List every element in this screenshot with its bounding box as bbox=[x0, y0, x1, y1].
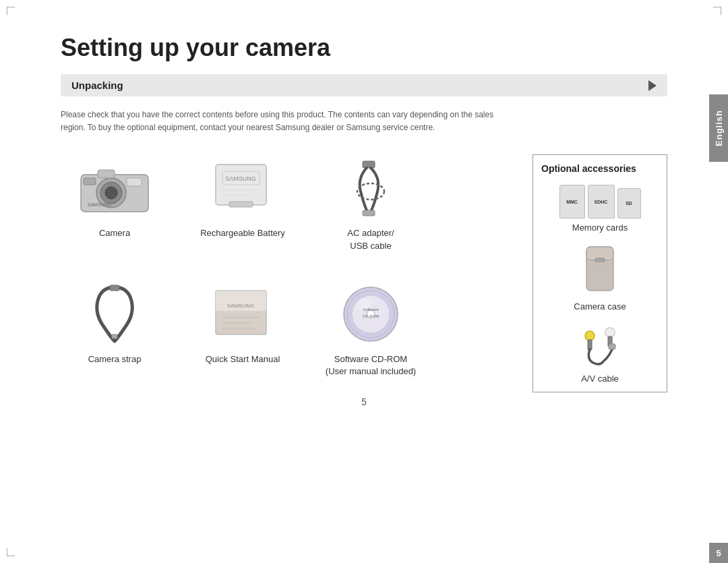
svg-text:SAMSUNG: SAMSUNG bbox=[88, 202, 111, 207]
svg-rect-5 bbox=[84, 178, 96, 185]
svg-point-3 bbox=[105, 187, 117, 199]
corner-mark-tr bbox=[713, 7, 721, 15]
sd-card: SD bbox=[617, 188, 641, 218]
strap-image bbox=[74, 280, 155, 348]
description-text: Please check that you have the correct c… bbox=[61, 109, 519, 134]
memory-cards-label: Memory cards bbox=[572, 223, 628, 233]
item-battery: SAMSUNG Rechargeable Battery bbox=[189, 154, 297, 267]
section-header-title: Unpacking bbox=[71, 80, 123, 91]
optional-item-av-cable: A/V cable bbox=[576, 322, 624, 384]
svg-rect-14 bbox=[363, 161, 375, 168]
items-grid: SAMSUNG Camera SAMSUNG bbox=[61, 154, 519, 392]
svg-point-41 bbox=[605, 328, 615, 337]
page-number-center: 5 bbox=[361, 396, 367, 407]
page-container: Setting up your camera Unpacking Please … bbox=[40, 0, 688, 413]
optional-title: Optional accessories bbox=[541, 163, 636, 174]
corner-mark-bl bbox=[7, 548, 15, 556]
svg-rect-18 bbox=[112, 334, 117, 338]
cdrom-image: Software CD-ROM bbox=[330, 280, 411, 348]
svg-rect-4 bbox=[127, 178, 142, 186]
svg-rect-6 bbox=[98, 170, 115, 178]
svg-point-39 bbox=[585, 331, 595, 340]
ac-adapter-image bbox=[330, 154, 411, 222]
manual-label: Quick Start Manual bbox=[206, 353, 280, 365]
page-number-bar: 5 bbox=[709, 543, 728, 563]
svg-rect-43 bbox=[609, 344, 615, 349]
svg-text:CD-ROM: CD-ROM bbox=[363, 314, 380, 318]
camera-case-image bbox=[576, 243, 624, 297]
av-cable-image bbox=[576, 322, 624, 369]
mmc-card: MMC bbox=[559, 185, 585, 218]
optional-item-memory-cards: MMC SDHC SD Memory cards bbox=[559, 185, 641, 233]
item-strap: Camera strap bbox=[61, 280, 169, 393]
battery-image: SAMSUNG bbox=[202, 154, 283, 222]
av-cable-label: A/V cable bbox=[581, 374, 619, 384]
main-content: SAMSUNG Camera SAMSUNG bbox=[61, 154, 667, 392]
camera-image: SAMSUNG bbox=[74, 154, 155, 222]
svg-rect-15 bbox=[363, 210, 375, 216]
manual-image: SAMSUNG bbox=[202, 280, 283, 348]
svg-rect-34 bbox=[595, 258, 605, 262]
camera-label: Camera bbox=[99, 227, 130, 239]
svg-rect-17 bbox=[110, 285, 119, 291]
camera-case-label: Camera case bbox=[574, 301, 626, 312]
ac-adapter-label: AC adapter/ USB cable bbox=[347, 227, 394, 251]
language-tab: English bbox=[709, 94, 728, 162]
sdhc-card: SDHC bbox=[588, 185, 615, 218]
section-header: Unpacking bbox=[61, 74, 667, 96]
item-cdrom: Software CD-ROM Software CD-ROM (User ma… bbox=[317, 280, 425, 393]
battery-label: Rechargeable Battery bbox=[200, 227, 285, 239]
page-title: Setting up your camera bbox=[61, 34, 667, 62]
strap-label: Camera strap bbox=[88, 353, 142, 365]
item-ac-adapter: AC adapter/ USB cable bbox=[317, 154, 425, 267]
svg-text:SAMSUNG: SAMSUNG bbox=[227, 303, 254, 309]
svg-rect-11 bbox=[229, 202, 253, 207]
cdrom-label: Software CD-ROM (User manual included) bbox=[326, 353, 416, 378]
optional-accessories-box: Optional accessories MMC SDHC SD Memory … bbox=[533, 154, 667, 392]
memory-cards-row: MMC SDHC SD bbox=[559, 185, 641, 218]
arrow-right-icon bbox=[648, 80, 657, 91]
svg-text:SAMSUNG: SAMSUNG bbox=[225, 175, 256, 182]
corner-mark-tl bbox=[7, 7, 15, 15]
optional-item-camera-case: Camera case bbox=[574, 243, 626, 312]
item-manual: SAMSUNG Quick Start Manual bbox=[189, 280, 297, 393]
item-camera: SAMSUNG Camera bbox=[61, 154, 169, 267]
